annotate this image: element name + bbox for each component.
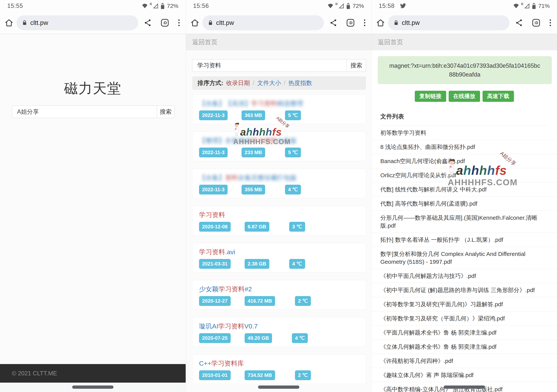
file-row: 《许莼舫初等几何四种》.pdf bbox=[371, 354, 557, 368]
search-input[interactable]: A姐分享 bbox=[12, 106, 157, 118]
browser-toolbar: cltt.pw :D bbox=[186, 12, 371, 34]
roaming-r-icon: R bbox=[521, 2, 523, 6]
file-row: 拓扑] 数学名着译丛 一般拓扑学 （J.L.凯莱）.pdf bbox=[371, 233, 557, 247]
menu-icon[interactable] bbox=[178, 19, 180, 27]
gesture-pill[interactable] bbox=[258, 385, 299, 389]
browser-toolbar: cltt.pw :D bbox=[0, 12, 186, 34]
battery-percent: 72% bbox=[352, 3, 364, 9]
battery-percent: 71% bbox=[538, 3, 550, 9]
menu-icon[interactable] bbox=[364, 19, 366, 27]
result-card: 学习资料.avi2021-03-312.38 GB4 ℃ bbox=[192, 243, 366, 273]
online-play-button[interactable]: 在线播放 bbox=[449, 91, 480, 102]
result-badges: 2020-12-27416.72 MB2 ℃ bbox=[199, 296, 311, 306]
lock-icon bbox=[22, 20, 27, 25]
date-badge: 2020-07-25 bbox=[199, 333, 231, 343]
share-icon[interactable] bbox=[515, 19, 523, 27]
watermark-domain: AHHHHFS.COM bbox=[448, 178, 522, 187]
file-row: 数学]复分析和微分几何 Complex Analytic And Differe… bbox=[371, 247, 557, 269]
gesture-pill[interactable] bbox=[72, 385, 114, 389]
watermark: ahhhhfs A姐分享 AHHHHFS.COM bbox=[233, 122, 295, 146]
fast-download-button[interactable]: 高速下载 bbox=[483, 91, 514, 102]
file-list-title: 文件列表 bbox=[380, 113, 549, 126]
back-home-link[interactable]: 返回首页 bbox=[371, 34, 557, 50]
date-badge: 2020-12-08 bbox=[199, 222, 231, 232]
site-footer: © 2021 CLTT.ME bbox=[0, 364, 186, 383]
file-row: 《初中平面几何证 (解)题思路的培养与训练 三角形部分》.pdf bbox=[371, 283, 557, 297]
browser-toolbar: cltt.pw :D bbox=[371, 12, 557, 34]
site-logo: 磁力天堂 bbox=[0, 79, 186, 98]
result-title-link[interactable]: 少女颖学习资料#2 bbox=[199, 285, 362, 294]
result-title-link[interactable]: 【合集】【高清】学习资料精选整理 bbox=[199, 99, 362, 108]
size-badge: 2.38 GB bbox=[245, 259, 269, 269]
url-text: cltt.pw bbox=[30, 19, 48, 26]
file-row: 8 浅论点集拓扑、曲面和微分拓扑.pdf bbox=[371, 140, 557, 154]
clock: 15:55 bbox=[7, 2, 23, 9]
sort-bar: 排序方式: 收录日期/文件大小/热度指数 bbox=[192, 76, 366, 90]
result-badges: 2022-11-3233 MB5 ℃ bbox=[199, 147, 301, 157]
heat-badge: 4 ℃ bbox=[289, 259, 305, 269]
result-title-link[interactable]: 学习资料.avi bbox=[199, 248, 362, 256]
search-button[interactable]: 搜索 bbox=[347, 59, 366, 72]
lock-icon bbox=[394, 20, 399, 25]
search-button[interactable]: 搜索 bbox=[157, 106, 175, 118]
date-badge: 2020-12-27 bbox=[199, 296, 231, 306]
watermark-girl-icon bbox=[448, 159, 456, 177]
address-bar[interactable]: cltt.pw bbox=[388, 15, 509, 30]
size-badge: 355 MB bbox=[242, 185, 265, 195]
search-input[interactable]: 学习资料 bbox=[192, 59, 347, 72]
sort-separator: / bbox=[284, 80, 286, 87]
copy-link-button[interactable]: 复制链接 bbox=[415, 91, 446, 102]
result-title-link[interactable]: 璇玑AI学习资料V0.7 bbox=[199, 322, 362, 331]
file-row: 代数] 高等代数与解析几何(孟道骥).pdf bbox=[371, 196, 557, 211]
roaming-r-icon: R bbox=[150, 2, 152, 6]
home-icon[interactable] bbox=[376, 18, 385, 27]
result-badges: 2020-12-086.87 GB3 ℃ bbox=[199, 222, 305, 232]
file-row: 《初等数学复习及研究(平面几何)》习题解答.pdf bbox=[371, 297, 557, 311]
result-title-link[interactable]: 学习资料 bbox=[199, 211, 362, 219]
result-card: 少女颖学习资料#22020-12-27416.72 MB2 ℃ bbox=[192, 280, 366, 310]
sort-option-1[interactable]: 收录日期 bbox=[226, 79, 250, 87]
lock-icon bbox=[208, 20, 213, 25]
sort-option-2[interactable]: 文件大小 bbox=[257, 79, 281, 87]
tab-switcher-icon[interactable]: :D bbox=[346, 19, 354, 27]
heat-badge: 4 ℃ bbox=[285, 185, 301, 195]
home-icon[interactable] bbox=[190, 18, 199, 27]
heat-badge: 5 ℃ bbox=[285, 110, 301, 120]
result-title-link[interactable]: C++学习资料库 bbox=[199, 359, 362, 368]
file-row: 分形几何——数学基础及其应用].(英国)Kenneth.Falconer.清晰版… bbox=[371, 211, 557, 233]
sort-option-3[interactable]: 热度指数 bbox=[288, 79, 312, 87]
gesture-pill[interactable] bbox=[444, 385, 485, 389]
date-badge: 2021-03-31 bbox=[199, 259, 231, 269]
twitter-notification-icon bbox=[400, 3, 406, 9]
result-card: C++学习资料库2010-01-01734.52 MB2 ℃ bbox=[192, 354, 366, 384]
result-card: 璇玑AI学习资料V0.72020-07-2549.20 GB4 ℃ bbox=[192, 317, 366, 347]
result-title-link[interactable]: 【合集】资料全集完整珍藏打包版 bbox=[199, 173, 362, 182]
menu-icon[interactable] bbox=[549, 19, 551, 27]
file-row: 《趣味立体几何》蒋 声 陈瑞琛编.pdf bbox=[371, 368, 557, 382]
share-icon[interactable] bbox=[330, 19, 337, 27]
home-icon[interactable] bbox=[5, 18, 13, 27]
heat-badge: 2 ℃ bbox=[295, 370, 311, 380]
cell-signal-icon bbox=[339, 3, 344, 9]
battery-percent: 72% bbox=[167, 3, 178, 9]
watermark: ahhhhfs A姐分享 AHHHHFS.COM bbox=[448, 159, 522, 187]
battery-icon bbox=[161, 3, 164, 9]
result-badges: 2020-07-2549.20 GB4 ℃ bbox=[199, 333, 308, 343]
battery-icon bbox=[532, 3, 536, 9]
tab-switcher-icon[interactable]: :D bbox=[532, 19, 540, 27]
date-badge: 2010-01-01 bbox=[199, 370, 231, 380]
watermark-domain: AHHHHFS.COM bbox=[233, 138, 295, 146]
date-badge: 2022-11-3 bbox=[199, 147, 228, 157]
share-icon[interactable] bbox=[144, 19, 152, 27]
result-badges: 2010-01-01734.52 MB2 ℃ bbox=[199, 370, 311, 380]
address-bar[interactable]: cltt.pw bbox=[16, 15, 138, 30]
size-badge: 363 MB bbox=[242, 110, 265, 120]
battery-icon bbox=[347, 3, 350, 9]
tab-switcher-icon[interactable]: :D bbox=[161, 19, 169, 27]
result-badges: 2022-11-3355 MB4 ℃ bbox=[199, 185, 301, 195]
magnet-link-box: magnet:?xt=urn:btih:e3074a01c97393ad30e5… bbox=[378, 56, 552, 84]
back-home-link[interactable]: 返回首页 bbox=[186, 34, 371, 50]
size-badge: 233 MB bbox=[242, 147, 265, 157]
file-row: 《初等数学复习及研究（平面几何）》梁绍鸿.pdf bbox=[371, 311, 557, 326]
address-bar[interactable]: cltt.pw bbox=[202, 15, 324, 30]
